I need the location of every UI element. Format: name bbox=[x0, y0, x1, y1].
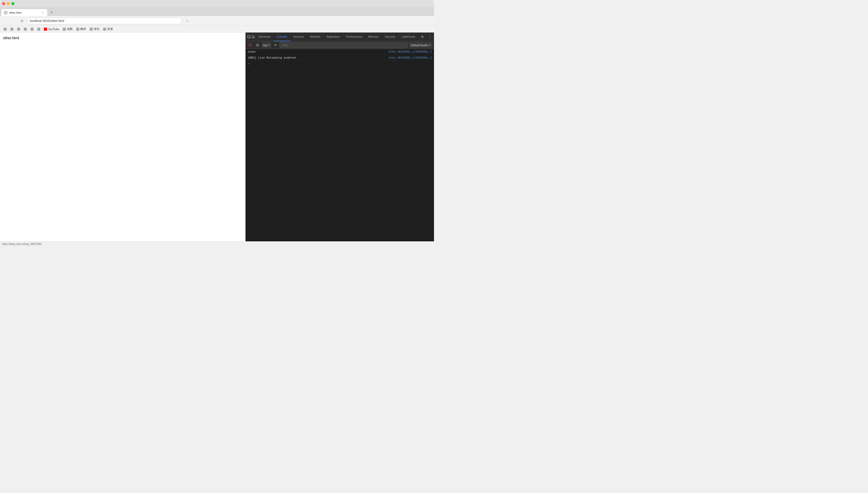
devtools-tabs: Elements Console Sources Network Applica… bbox=[255, 33, 418, 41]
new-tab-button[interactable]: + bbox=[48, 9, 55, 16]
svg-line-1 bbox=[248, 37, 250, 39]
bookmark-favicon-5 bbox=[30, 28, 34, 31]
devtools-right-actions: ⚙ ⋮ ✕ bbox=[419, 34, 434, 40]
bookmark-item-2[interactable] bbox=[9, 27, 15, 32]
status-bar: https://blog.csdn.net/qq_39872065 bbox=[0, 241, 434, 246]
bookmark-item-4[interactable] bbox=[22, 27, 28, 32]
bookmark-item-1[interactable] bbox=[2, 27, 8, 32]
minimize-button[interactable] bbox=[7, 2, 10, 5]
context-selector[interactable]: top ▾ bbox=[262, 42, 271, 48]
console-toolbar: 🚫 top ▾ 👁 Default levels bbox=[246, 41, 434, 49]
tab-memory[interactable]: Memory bbox=[365, 33, 382, 41]
youtube-label: YouTube bbox=[48, 28, 59, 31]
console-entry-0: other other.9626946b.js?9626946…:1 bbox=[246, 49, 434, 55]
maximize-button[interactable] bbox=[12, 2, 15, 5]
log-levels-button[interactable]: Default levels ▾ bbox=[409, 42, 432, 48]
tab-lighthouse[interactable]: Lighthouse bbox=[398, 33, 418, 41]
youtube-favicon bbox=[44, 28, 47, 31]
toolbar-right: ☆ bbox=[184, 18, 191, 24]
map-label: 地图 bbox=[67, 27, 73, 31]
content-area: other.html bbox=[0, 33, 434, 241]
bookmark-item-6[interactable] bbox=[36, 27, 42, 32]
bookmark-item-5[interactable] bbox=[29, 27, 35, 32]
bookmark-item-youtube[interactable]: YouTube bbox=[42, 27, 61, 32]
refresh-icon: ↻ bbox=[21, 19, 24, 23]
bookmark-item-3[interactable] bbox=[16, 27, 22, 32]
bookmark-favicon-3 bbox=[17, 28, 20, 31]
devtools-panel: Elements Console Sources Network Applica… bbox=[245, 33, 434, 241]
resource-label: 资源 bbox=[107, 27, 113, 31]
bookmark-favicon-6 bbox=[37, 28, 40, 31]
svg-rect-4 bbox=[254, 36, 254, 38]
tab-title: other.html bbox=[9, 11, 40, 14]
tab-favicon bbox=[4, 11, 7, 15]
tab-performance[interactable]: Performance bbox=[343, 33, 365, 41]
console-message-1: [WDS] Live Reloading enabled. bbox=[248, 56, 388, 60]
console-filter-button[interactable] bbox=[254, 42, 261, 48]
close-button[interactable] bbox=[2, 2, 5, 5]
devtools-settings-button[interactable]: ⚙ bbox=[419, 34, 426, 40]
news-favicon bbox=[90, 28, 93, 31]
address-bar[interactable]: localhost:3010/other.html bbox=[27, 18, 182, 24]
bookmark-favicon-1 bbox=[4, 28, 7, 31]
map-favicon bbox=[63, 28, 66, 31]
bookmarks-bar: YouTube 地图 翻译 资讯 资源 bbox=[0, 26, 434, 33]
translate-label: 翻译 bbox=[80, 27, 86, 31]
bookmark-item-resource[interactable]: 资源 bbox=[102, 27, 115, 32]
bookmark-item-translate[interactable]: 翻译 bbox=[75, 27, 87, 32]
page-heading: other.html bbox=[3, 36, 19, 40]
status-url: https://blog.csdn.net/qq_39872065 bbox=[2, 243, 42, 245]
console-prompt-arrow: > bbox=[248, 62, 250, 66]
console-eye-button[interactable]: 👁 bbox=[272, 42, 278, 48]
filter-icon bbox=[256, 44, 259, 47]
bookmark-favicon-2 bbox=[10, 28, 14, 31]
resource-favicon bbox=[103, 28, 106, 31]
tab-console[interactable]: Console bbox=[273, 33, 290, 41]
devtools-toolbar: Elements Console Sources Network Applica… bbox=[246, 33, 434, 41]
inspect-icon bbox=[247, 35, 251, 39]
console-input[interactable] bbox=[251, 62, 432, 66]
bookmark-star-icon: ☆ bbox=[186, 19, 189, 23]
console-entry-1: [WDS] Live Reloading enabled. other.9626… bbox=[246, 55, 434, 61]
console-source-link-0[interactable]: other.9626946b.js?9626946…:1 bbox=[388, 50, 432, 54]
context-dropdown-icon: ▾ bbox=[268, 43, 270, 47]
bookmark-item-map[interactable]: 地图 bbox=[61, 27, 74, 32]
forward-button[interactable]: › bbox=[10, 17, 18, 24]
devtools-more-button[interactable]: ⋮ bbox=[427, 34, 433, 40]
back-button[interactable]: ‹ bbox=[2, 17, 9, 24]
refresh-button[interactable]: ↻ bbox=[19, 17, 26, 24]
tab-bar: other.html × + bbox=[0, 7, 434, 16]
console-message-0: other bbox=[248, 50, 388, 54]
svg-rect-0 bbox=[247, 35, 250, 38]
browser-tab[interactable]: other.html × bbox=[1, 9, 47, 16]
tab-network[interactable]: Network bbox=[307, 33, 324, 41]
device-icon bbox=[251, 35, 255, 39]
console-filter-input[interactable] bbox=[280, 42, 408, 48]
back-icon: ‹ bbox=[5, 19, 6, 23]
news-label: 资讯 bbox=[94, 27, 100, 31]
levels-dropdown-icon: ▾ bbox=[429, 43, 430, 47]
bookmark-star-button[interactable]: ☆ bbox=[184, 18, 191, 24]
bookmark-item-news[interactable]: 资讯 bbox=[88, 27, 101, 32]
address-text: localhost:3010/other.html bbox=[30, 19, 179, 23]
tab-sources[interactable]: Sources bbox=[290, 33, 307, 41]
page-content: other.html bbox=[0, 33, 245, 241]
title-bar bbox=[0, 0, 434, 7]
tab-security[interactable]: Security bbox=[382, 33, 398, 41]
console-output: other other.9626946b.js?9626946…:1 [WDS]… bbox=[246, 49, 434, 241]
bookmark-favicon-4 bbox=[24, 28, 27, 31]
console-clear-button[interactable]: 🚫 bbox=[247, 42, 253, 48]
forward-icon: › bbox=[14, 19, 15, 23]
browser-toolbar: ‹ › ↻ localhost:3010/other.html ☆ bbox=[0, 16, 434, 26]
devtools-device-button[interactable] bbox=[251, 34, 255, 40]
browser-window: other.html × + ‹ › ↻ localhost:3010/othe… bbox=[0, 0, 434, 246]
translate-favicon bbox=[76, 28, 79, 31]
tab-close-button[interactable]: × bbox=[41, 11, 45, 15]
devtools-inspect-button[interactable] bbox=[247, 34, 251, 40]
tab-elements[interactable]: Elements bbox=[255, 33, 273, 41]
console-prompt: > bbox=[246, 61, 434, 67]
tab-application[interactable]: Application bbox=[324, 33, 343, 41]
console-source-link-1[interactable]: other.9626946b.js?9626946…:1 bbox=[388, 56, 432, 60]
